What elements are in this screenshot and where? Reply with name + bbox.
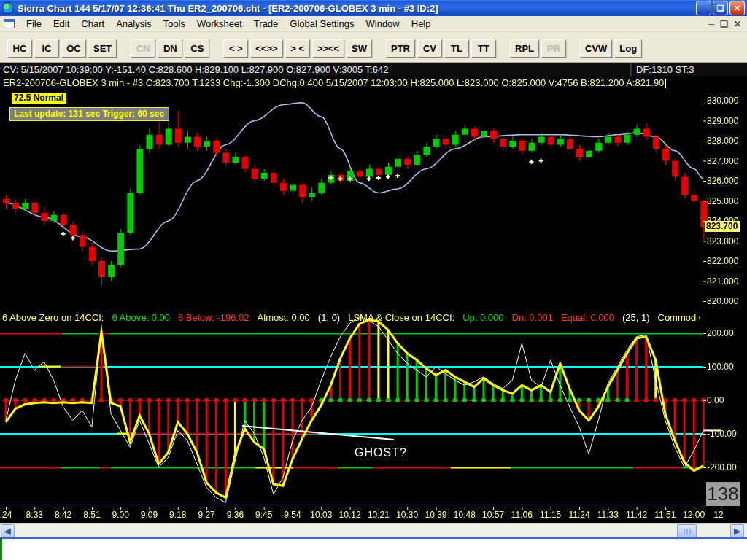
indicator-legend-segment: 6 Below: -196.02 bbox=[178, 312, 249, 323]
title-bar[interactable]: Sierra Chart 144 5/17/07 12:36:41 Thu ER… bbox=[0, 0, 747, 16]
price-tick-label: 822.000 bbox=[707, 256, 738, 266]
indicator-legend-segment: Up: 0.000 bbox=[462, 312, 503, 323]
time-tick-label: 9:45 bbox=[255, 510, 272, 520]
menu-item-analysis[interactable]: Analysis bbox=[110, 16, 157, 31]
toolbar-button-DN[interactable]: DN bbox=[158, 39, 182, 58]
toolbar-button-HC[interactable]: HC bbox=[7, 39, 32, 58]
menu-item-global-settings[interactable]: Global Settings bbox=[284, 16, 360, 31]
price-tick-label: 821.000 bbox=[707, 276, 738, 287]
price-tick-label: 820.000 bbox=[707, 296, 738, 306]
menu-item-trade[interactable]: Trade bbox=[248, 16, 284, 31]
study-value-badge: 72.5 Normal bbox=[12, 93, 66, 104]
menu-item-window[interactable]: Window bbox=[360, 16, 406, 31]
toolbar-button-Log[interactable]: Log bbox=[614, 39, 642, 58]
toolbar-button-CV[interactable]: CV bbox=[417, 39, 442, 58]
mdi-document-icon[interactable] bbox=[4, 19, 15, 28]
toolbar-button-[interactable]: > < bbox=[285, 39, 310, 58]
indicator-legend-segment: Commod Cha bbox=[658, 312, 701, 323]
indicator-legend-segment: 6 Above Zero on 14CCI: bbox=[2, 312, 104, 323]
indicator-legend-segment: (1, 0) bbox=[318, 312, 340, 323]
toolbar-button-IC[interactable]: IC bbox=[34, 39, 59, 58]
status-bar: CV: 5/15/2007 10:39:00 Y:-151.40 C:828.6… bbox=[0, 63, 747, 76]
menu-item-help[interactable]: Help bbox=[406, 16, 437, 31]
indicator-legend-segment: LSMA & Close on 14CCI: bbox=[348, 312, 454, 323]
time-tick-label: 11:15 bbox=[540, 510, 561, 520]
time-tick-label: 9:54 bbox=[284, 510, 301, 520]
toolbar-button-RPL[interactable]: RPL bbox=[510, 39, 539, 58]
chart-header-values: ER2-200706-GLOBEX 3 min - #3 C:823.700 T… bbox=[3, 77, 700, 88]
scrollbar-thumb[interactable] bbox=[677, 524, 697, 537]
ghost-annotation: GHOST? bbox=[355, 446, 407, 459]
close-button[interactable]: ✕ bbox=[729, 1, 745, 15]
horizontal-scrollbar[interactable]: ◀ ▶ bbox=[0, 523, 747, 537]
menu-item-chart[interactable]: Chart bbox=[75, 16, 110, 31]
toolbar-group: < ><<>>> <>><<SW bbox=[223, 39, 374, 58]
minimize-button[interactable]: _ bbox=[696, 1, 711, 15]
toolbar-button-[interactable]: <<>> bbox=[250, 39, 282, 58]
price-tick-label: 826.000 bbox=[707, 176, 738, 186]
toolbar-button-PTR[interactable]: PTR bbox=[386, 39, 415, 58]
time-tick-label: :24 bbox=[0, 510, 12, 520]
toolbar-button-PR: PR bbox=[541, 39, 566, 58]
toolbar-button-SET[interactable]: SET bbox=[88, 39, 117, 58]
menu-item-worksheet[interactable]: Worksheet bbox=[191, 16, 248, 31]
restore-button[interactable]: ❏ bbox=[713, 1, 728, 15]
toolbar-button-SW[interactable]: SW bbox=[347, 39, 372, 58]
toolbar-button-CS[interactable]: CS bbox=[185, 39, 209, 58]
time-tick-label: 12:00 bbox=[683, 510, 705, 520]
price-tick-label: 830.000 bbox=[707, 96, 738, 106]
time-tick-label: 11:06 bbox=[511, 510, 533, 520]
time-tick-label: 9:18 bbox=[169, 510, 186, 520]
time-tick-label: 8:51 bbox=[83, 510, 100, 520]
toolbar-button-TT[interactable]: TT bbox=[471, 39, 496, 58]
toolbar-button-CVW[interactable]: CVW bbox=[580, 39, 612, 58]
time-tick-label: 11:24 bbox=[568, 510, 589, 520]
menu-item-tools[interactable]: Tools bbox=[158, 16, 191, 31]
mdi-close-icon[interactable]: ✕ bbox=[734, 19, 741, 29]
cci-tick-label: 100.00 bbox=[707, 362, 734, 372]
toolbar-button-TL[interactable]: TL bbox=[444, 39, 469, 58]
toolbar-button-CN: CN bbox=[131, 39, 155, 58]
globe-app-icon bbox=[2, 2, 14, 14]
menu-item-file[interactable]: File bbox=[20, 16, 47, 31]
time-tick-label: 10:48 bbox=[454, 510, 476, 520]
mdi-restore-icon[interactable]: ❏ bbox=[720, 19, 728, 29]
text-caret bbox=[665, 79, 666, 88]
status-df-st: DF:1310 ST:3 bbox=[632, 63, 747, 76]
toolbar-group: CVWLog bbox=[580, 39, 644, 58]
time-tick-label: 9:00 bbox=[112, 510, 129, 520]
indicator-legend: 6 Above Zero on 14CCI:6 Above: 0.006 Bel… bbox=[2, 312, 700, 323]
time-tick-label: 10:03 bbox=[310, 510, 332, 520]
time-tick-label: 9:09 bbox=[141, 510, 158, 520]
status-values: CV: 5/15/2007 10:39:00 Y:-151.40 C:828.6… bbox=[0, 63, 632, 76]
sierra-chart-window: Sierra Chart 144 5/17/07 12:36:41 Thu ER… bbox=[0, 0, 747, 560]
time-tick-label: 9:27 bbox=[198, 510, 214, 520]
time-tick-label: 11:42 bbox=[626, 510, 647, 520]
toolbar-group: PTRCVTLTT bbox=[386, 39, 498, 58]
window-title: Sierra Chart 144 5/17/07 12:36:41 Thu ER… bbox=[18, 3, 694, 14]
background-workspace-panel bbox=[0, 537, 747, 560]
toolbar-button-[interactable]: >><< bbox=[312, 39, 344, 58]
scroll-right-arrow-icon[interactable]: ▶ bbox=[730, 524, 744, 537]
mdi-minimize-icon[interactable]: ─ bbox=[708, 19, 715, 29]
time-tick-label: 10:39 bbox=[425, 510, 446, 520]
time-tick-label: 10:21 bbox=[368, 510, 390, 520]
cci-tick-label: 0.00 bbox=[707, 395, 724, 405]
price-tick-label: 823.000 bbox=[707, 236, 738, 246]
last-price-highlight: 823.700 bbox=[705, 221, 740, 232]
toolbar-group: RPLPR bbox=[510, 39, 568, 58]
toolbar-group: HCICOCSET bbox=[7, 39, 119, 58]
toolbar-button-OC[interactable]: OC bbox=[61, 39, 86, 58]
scroll-left-arrow-icon[interactable]: ◀ bbox=[1, 524, 15, 537]
toolbar-button-[interactable]: < > bbox=[223, 39, 248, 58]
menu-items: FileEditChartAnalysisToolsWorksheetTrade… bbox=[20, 16, 437, 31]
cci-tick-label: -100.00 bbox=[707, 429, 737, 439]
mdi-window-controls: ─❏✕ bbox=[708, 19, 747, 29]
price-tick-label: 828.000 bbox=[707, 136, 738, 146]
indicator-legend-segment: Dn: 0.001 bbox=[512, 312, 553, 323]
menu-item-edit[interactable]: Edit bbox=[47, 16, 75, 31]
toolbar-group: CNDNCS bbox=[131, 39, 212, 58]
bar-count-label: 138 bbox=[706, 482, 740, 506]
chart-region: ER2-200706-GLOBEX 3 min - #3 C:823.700 T… bbox=[0, 76, 747, 523]
time-tick-label: 10:12 bbox=[339, 510, 361, 520]
